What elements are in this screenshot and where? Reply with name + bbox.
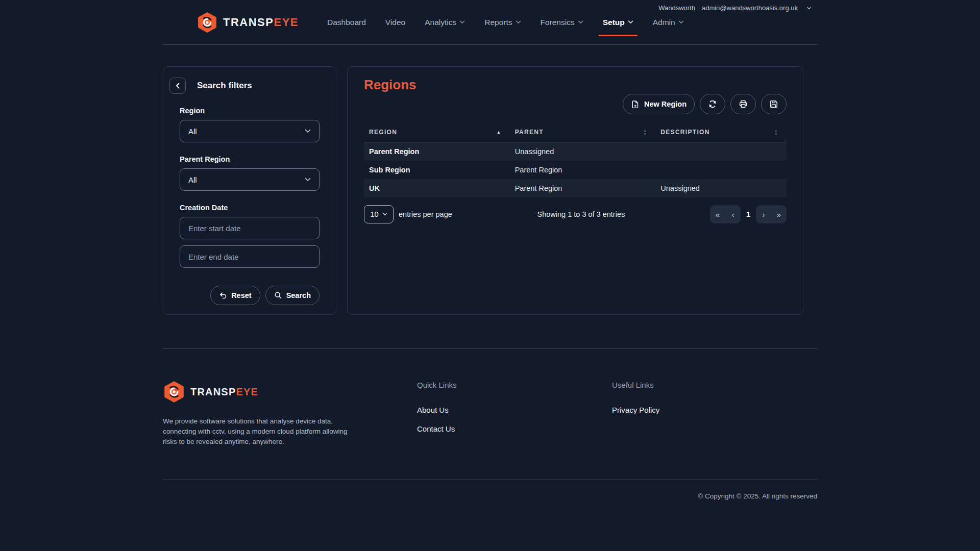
- chevron-down-icon: [305, 178, 311, 182]
- main-nav: Dashboard Video Analytics Reports Forens…: [327, 18, 684, 27]
- start-date-input[interactable]: [180, 217, 320, 239]
- chevron-left-icon: [176, 83, 180, 89]
- creation-date-label: Creation Date: [180, 204, 320, 212]
- end-date-input[interactable]: [180, 245, 320, 268]
- table-row[interactable]: Sub Region Parent Region: [364, 161, 787, 179]
- chevron-down-icon: [459, 20, 465, 24]
- current-page[interactable]: 1: [741, 205, 756, 223]
- privacy-policy-link[interactable]: Privacy Policy: [612, 406, 659, 414]
- parent-region-select-value: All: [188, 176, 197, 184]
- cell-description: [655, 142, 787, 161]
- cell-parent: Parent Region: [510, 179, 656, 197]
- search-button[interactable]: Search: [265, 286, 320, 305]
- user-name: Wandsworth: [658, 4, 695, 12]
- region-select[interactable]: All: [180, 120, 320, 142]
- nav-item-reports[interactable]: Reports: [484, 18, 521, 27]
- cell-parent: Unassigned: [510, 142, 656, 161]
- footer-brand-name: TRANSPEYE: [190, 386, 258, 398]
- footer-brand-column: TRANSPEYE We provide software solutions …: [163, 381, 350, 447]
- print-button[interactable]: [730, 94, 756, 114]
- column-header-parent[interactable]: Parent ▲▼: [510, 123, 656, 142]
- cell-region: Sub Region: [364, 161, 510, 179]
- page-size-select[interactable]: 10: [364, 205, 394, 223]
- chevron-down-icon: [806, 7, 812, 10]
- cell-description: [655, 161, 787, 179]
- chevron-down-icon: [305, 129, 311, 133]
- brand-logo[interactable]: TRANSPEYE: [197, 12, 299, 33]
- main-content: Search filters Region All Parent Region …: [163, 66, 817, 315]
- search-icon: [274, 291, 282, 299]
- parent-region-label: Parent Region: [180, 155, 320, 163]
- top-navigation-bar: TRANSPEYE Dashboard Video Analytics Repo…: [0, 0, 980, 45]
- table-row[interactable]: Parent Region Unassigned: [364, 142, 787, 161]
- region-select-value: All: [188, 127, 197, 136]
- pagination: « ‹ 1 › »: [710, 205, 787, 223]
- sort-asc-icon[interactable]: ▲: [496, 130, 501, 135]
- cell-description: Unassigned: [655, 179, 787, 197]
- nav-item-video[interactable]: Video: [385, 18, 405, 27]
- undo-icon: [219, 291, 227, 299]
- regions-panel: Regions New Region Region: [347, 66, 803, 315]
- nav-item-admin[interactable]: Admin: [653, 18, 684, 27]
- refresh-icon: [708, 99, 717, 109]
- region-label: Region: [180, 107, 320, 115]
- collapse-filters-button[interactable]: [169, 78, 186, 94]
- footer-logo[interactable]: TRANSPEYE: [163, 381, 350, 403]
- search-button-label: Search: [286, 291, 311, 299]
- nav-item-analytics[interactable]: Analytics: [425, 18, 465, 27]
- showing-entries-text: Showing 1 to 3 of 3 entries: [452, 210, 710, 218]
- chevron-down-icon: [628, 20, 633, 24]
- nav-item-forensics[interactable]: Forensics: [541, 18, 583, 27]
- chevron-down-icon: [578, 20, 583, 24]
- column-header-region[interactable]: Region ▲: [364, 123, 510, 142]
- column-header-description[interactable]: Description ▲▼: [655, 123, 787, 142]
- regions-title: Regions: [364, 77, 787, 93]
- copyright-divider: [163, 480, 817, 480]
- new-region-button[interactable]: New Region: [623, 94, 695, 114]
- parent-region-select[interactable]: All: [180, 168, 320, 191]
- first-page-button[interactable]: «: [710, 205, 725, 223]
- search-filters-panel: Search filters Region All Parent Region …: [163, 66, 336, 315]
- useful-links-title: Useful Links: [612, 381, 817, 389]
- new-region-button-label: New Region: [644, 100, 687, 108]
- sort-icon[interactable]: ▲▼: [643, 129, 647, 136]
- reset-button[interactable]: Reset: [210, 286, 260, 305]
- footer: TRANSPEYE We provide software solutions …: [163, 349, 817, 447]
- refresh-button[interactable]: [700, 94, 725, 114]
- printer-icon: [739, 99, 748, 109]
- page-size-value: 10: [370, 210, 378, 218]
- footer-useful-links-column: Useful Links Privacy Policy: [612, 381, 817, 447]
- save-icon: [769, 99, 778, 109]
- about-us-link[interactable]: About Us: [417, 406, 449, 414]
- entries-per-page-label: entries per page: [399, 210, 452, 218]
- footer-description: We provide software solutions that analy…: [163, 416, 350, 447]
- table-row[interactable]: UK Parent Region Unassigned: [364, 179, 787, 197]
- cell-parent: Parent Region: [510, 161, 656, 179]
- prev-page-button[interactable]: ‹: [725, 205, 741, 223]
- last-page-button[interactable]: »: [771, 205, 787, 223]
- sort-icon[interactable]: ▲▼: [774, 129, 778, 136]
- quick-links-title: Quick Links: [417, 381, 612, 389]
- footer-quick-links-column: Quick Links About Us Contact Us: [417, 381, 612, 447]
- chevron-down-icon: [678, 20, 684, 24]
- nav-item-dashboard[interactable]: Dashboard: [327, 18, 366, 27]
- cell-region: UK: [364, 179, 510, 197]
- transpeye-logo-icon: [197, 12, 218, 33]
- user-menu[interactable]: Wandsworth admin@wandsworthoasis.org.uk: [658, 4, 812, 12]
- reset-button-label: Reset: [231, 291, 252, 299]
- filters-title: Search filters: [197, 81, 252, 91]
- brand-name: TRANSPEYE: [223, 16, 299, 29]
- nav-item-setup[interactable]: Setup: [603, 18, 633, 27]
- user-email: admin@wandsworthoasis.org.uk: [702, 4, 798, 12]
- cell-region: Parent Region: [364, 142, 510, 161]
- save-button[interactable]: [761, 94, 787, 114]
- chevron-down-icon: [516, 20, 521, 24]
- table-footer: 10 entries per page Showing 1 to 3 of 3 …: [364, 205, 787, 223]
- file-plus-icon: [631, 100, 640, 109]
- regions-toolbar: New Region: [364, 94, 787, 114]
- transpeye-logo-icon: [163, 381, 185, 403]
- next-page-button[interactable]: ›: [756, 205, 771, 223]
- contact-us-link[interactable]: Contact Us: [417, 424, 455, 433]
- regions-table: Region ▲ Parent ▲▼ Description ▲▼ Par: [364, 123, 787, 197]
- chevron-down-icon: [382, 213, 387, 216]
